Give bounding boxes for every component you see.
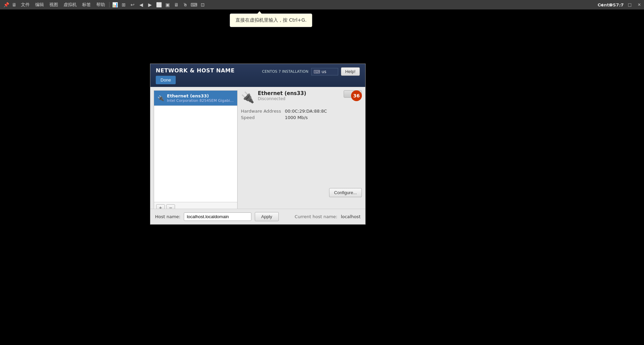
current-hostname-value: localhost (341, 214, 361, 219)
back-icon[interactable]: ◀ (137, 1, 145, 8)
hostname-input[interactable] (184, 212, 251, 221)
hostname-label: Host name: (155, 214, 180, 219)
keyboard-icon: ⌨ (314, 69, 320, 74)
forward-icon[interactable]: ▶ (146, 1, 154, 8)
network-item-ens33[interactable]: 🔌 Ethernet (ens33) Intel Corporation 825… (154, 91, 237, 106)
pin-icon[interactable]: 📌 (2, 1, 10, 8)
keyboard-input[interactable]: ⌨ us (311, 68, 338, 75)
apply-button[interactable]: Apply (255, 212, 279, 221)
separator-1 (109, 2, 109, 7)
menu-vm[interactable]: 虚拟机 (61, 1, 79, 8)
menu-edit[interactable]: 编辑 (32, 1, 47, 8)
nav-forward-btn[interactable]: ▶ (606, 0, 616, 9)
tooltip-text: 直接在虚拟机里输入，按 Ctrl+G. (236, 17, 306, 23)
hardware-address-row: Hardware Address 00:0C:29:DA:88:8C (241, 109, 362, 114)
speed-label: Speed (241, 115, 285, 120)
vm-header: NETWORK & HOST NAME Done CENTOS 7 INSTAL… (150, 64, 365, 87)
vm-page-title: NETWORK & HOST NAME (156, 67, 234, 74)
current-hostname: Current host name: localhost (295, 214, 361, 219)
network-list-panel: 🔌 Ethernet (ens33) Intel Corporation 825… (154, 90, 238, 214)
hardware-address-value: 00:0C:29:DA:88:8C (285, 109, 327, 114)
close-btn[interactable]: ✕ (635, 0, 644, 9)
network-item-name: Ethernet (ens33) (167, 93, 234, 98)
revert-icon[interactable]: ↩ (128, 1, 137, 8)
vm-icon-3[interactable]: ⌨ (190, 1, 198, 8)
network-item-desc: Intel Corporation 82545EM Gigabit Ethern… (167, 98, 234, 103)
maximize-btn[interactable]: □ (625, 0, 635, 9)
vm-icon-1[interactable]: 🖥 (172, 1, 180, 8)
detail-header: 🔌 Ethernet (ens33) Disconnected OFF 36 (241, 90, 362, 104)
tooltip: 直接在虚拟机里输入，按 Ctrl+G. (230, 14, 312, 27)
stats-icon[interactable]: 📊 (111, 1, 119, 8)
nav-back-btn[interactable]: ◀ (597, 0, 606, 9)
centos-label: CENTOS 7 INSTALLATION (262, 69, 308, 74)
configure-button[interactable]: Configure... (329, 188, 362, 197)
toolbar-btn-1[interactable]: ⊞ (120, 1, 128, 8)
vm-icon-4[interactable]: ⊡ (199, 1, 207, 8)
fit-icon[interactable]: ⬜ (155, 1, 163, 8)
vm-header-left: NETWORK & HOST NAME Done (156, 67, 234, 84)
help-button[interactable]: Help! (341, 67, 360, 76)
network-detail-icon: 🔌 (241, 91, 254, 104)
detail-info: Hardware Address 00:0C:29:DA:88:8C Speed… (241, 109, 362, 121)
current-hostname-label: Current host name: (295, 214, 337, 219)
detail-status: Disconnected (258, 96, 306, 101)
detail-name-status: Ethernet (ens33) Disconnected (258, 90, 306, 101)
alert-badge: 36 (351, 90, 362, 101)
menu-help[interactable]: 帮助 (94, 1, 108, 8)
ethernet-icon: 🔌 (157, 95, 164, 101)
minimize-btn[interactable]: ─ (616, 0, 625, 9)
detail-name: Ethernet (ens33) (258, 90, 306, 96)
vm-icon-2[interactable]: 🖱 (181, 1, 189, 8)
menu-file[interactable]: 文件 (18, 1, 32, 8)
speed-row: Speed 1000 Mb/s (241, 115, 362, 120)
vm-header-right: CENTOS 7 INSTALLATION ⌨ us Help! (262, 67, 360, 76)
toolbar: 📊 ⊞ ↩ ◀ ▶ ⬜ ▣ 🖥 🖱 ⌨ ⊡ (111, 1, 207, 8)
menu-view[interactable]: 视图 (47, 1, 61, 8)
network-item-info: Ethernet (ens33) Intel Corporation 82545… (167, 93, 234, 103)
done-button[interactable]: Done (156, 76, 176, 84)
crop-icon[interactable]: ▣ (164, 1, 172, 8)
hardware-address-label: Hardware Address (241, 109, 285, 114)
vm-window: NETWORK & HOST NAME Done CENTOS 7 INSTAL… (150, 64, 366, 225)
speed-value: 1000 Mb/s (285, 115, 308, 120)
network-list-spacer (154, 106, 237, 202)
network-detail-panel: 🔌 Ethernet (ens33) Disconnected OFF 36 (241, 90, 362, 214)
camera-icon[interactable]: 🖥 (10, 1, 18, 8)
menubar: 📌 🖥 文件 编辑 视图 虚拟机 标签 帮助 📊 ⊞ ↩ ◀ ▶ ⬜ ▣ 🖥 🖱… (0, 0, 644, 9)
keyboard-value: us (322, 69, 326, 74)
detail-icon-name: 🔌 Ethernet (ens33) Disconnected (241, 90, 306, 104)
menu-tags[interactable]: 标签 (79, 1, 94, 8)
vm-bottom: Host name: Apply Current host name: loca… (150, 209, 365, 224)
vm-content: 🔌 Ethernet (ens33) Intel Corporation 825… (150, 87, 365, 217)
window-controls: ◀ ▶ ─ □ ✕ (597, 0, 644, 9)
